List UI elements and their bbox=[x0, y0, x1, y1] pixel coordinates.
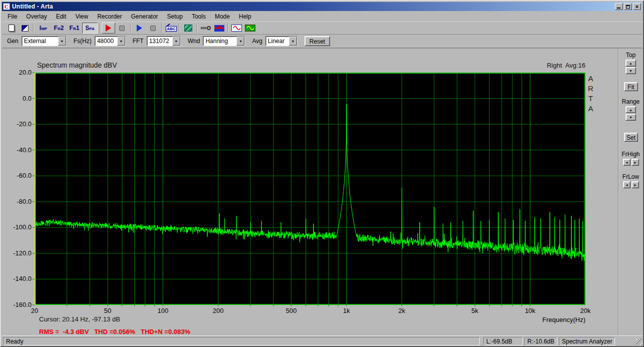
fft-label: FFT bbox=[133, 38, 144, 45]
arta-watermark: A R T A bbox=[588, 74, 593, 114]
range-up-button[interactable]: ▲ bbox=[625, 106, 636, 113]
scale-setup-button[interactable] bbox=[181, 23, 195, 34]
toolbar-separator bbox=[33, 24, 34, 33]
record-stop-button[interactable] bbox=[115, 23, 129, 34]
x-tick-label: 1k bbox=[337, 307, 357, 314]
generator-sine-button[interactable] bbox=[230, 23, 243, 34]
toolbar: Imp Fr2 Fr1 Spa ABC bbox=[2, 22, 642, 35]
range-down-button[interactable]: ▼ bbox=[625, 114, 636, 121]
close-button[interactable]: × bbox=[633, 3, 641, 10]
minimize-icon bbox=[617, 8, 620, 9]
app-icon: C bbox=[3, 3, 10, 10]
x-tick-label: 200 bbox=[208, 307, 228, 314]
color-scheme-button[interactable] bbox=[18, 23, 32, 34]
menu-setup[interactable]: Setup bbox=[163, 12, 187, 21]
frlow-right-button[interactable]: ► bbox=[631, 181, 639, 188]
cursor-readout: Cursor: 20.14 Hz, -97.13 dB bbox=[39, 315, 120, 323]
menu-view[interactable]: View bbox=[71, 12, 93, 21]
mode-spa-button[interactable]: Spa bbox=[82, 23, 98, 34]
y-tick-label: -120.0 bbox=[3, 249, 32, 257]
signal-levels-icon bbox=[214, 25, 224, 32]
avg-select[interactable]: Linear ▼ bbox=[265, 36, 297, 46]
chevron-down-icon[interactable]: ▼ bbox=[236, 37, 244, 46]
x-tick-label: 20 bbox=[25, 307, 45, 314]
mode-fr2-button[interactable]: Fr2 bbox=[51, 23, 67, 34]
toolbar-separator bbox=[99, 24, 100, 33]
y-tick-label: -140.0 bbox=[3, 275, 32, 282]
avg-value: Linear bbox=[266, 37, 289, 46]
menu-overlay[interactable]: Overlay bbox=[22, 12, 51, 21]
frhigh-right-button[interactable]: ► bbox=[631, 159, 639, 166]
color-scheme-icon bbox=[22, 25, 29, 32]
toolbar-separator bbox=[227, 24, 228, 33]
spectrum-plot[interactable] bbox=[35, 73, 585, 305]
top-up-button[interactable]: ▲ bbox=[625, 60, 636, 67]
status-message: Ready bbox=[3, 337, 480, 345]
marker-abc-button[interactable]: ABC bbox=[164, 23, 177, 34]
arta-window: C Untitled - Arta × FileOverlayEditViewR… bbox=[0, 0, 644, 347]
frlow-left-button[interactable]: ◄ bbox=[623, 181, 630, 188]
fs-select[interactable]: 48000 ▼ bbox=[95, 36, 126, 46]
minimize-button[interactable] bbox=[615, 3, 623, 10]
play-icon bbox=[137, 25, 142, 32]
menu-generator[interactable]: Generator bbox=[127, 12, 163, 21]
menu-tools[interactable]: Tools bbox=[187, 12, 210, 21]
y-tick-label: -60.0 bbox=[3, 172, 32, 179]
toolbar-separator bbox=[161, 24, 162, 33]
new-file-button[interactable] bbox=[5, 23, 18, 34]
menu-edit[interactable]: Edit bbox=[52, 12, 71, 21]
mode-imp-button[interactable]: Imp bbox=[36, 23, 51, 34]
y-tick-label: 20.0 bbox=[3, 69, 32, 76]
y-tick-label: -100.0 bbox=[3, 223, 32, 231]
top-label: Top bbox=[618, 52, 643, 59]
play-stop-button[interactable] bbox=[146, 23, 160, 34]
range-label: Range bbox=[618, 98, 643, 105]
gen-label: Gen bbox=[7, 38, 19, 45]
fft-select[interactable]: 131072 ▼ bbox=[147, 36, 181, 46]
x-axis-title: Frequency(Hz) bbox=[453, 316, 585, 323]
stop-icon bbox=[150, 26, 156, 31]
play-button[interactable] bbox=[133, 23, 146, 34]
reset-button[interactable]: Reset bbox=[304, 36, 330, 46]
x-tick-label: 2k bbox=[392, 307, 412, 314]
menu-mode[interactable]: Mode bbox=[210, 12, 234, 21]
maximize-icon bbox=[626, 5, 630, 9]
menu-file[interactable]: File bbox=[3, 12, 22, 21]
microphone-icon bbox=[201, 26, 211, 30]
title-bar[interactable]: C Untitled - Arta × bbox=[2, 2, 642, 11]
resize-grip[interactable] bbox=[636, 339, 642, 345]
input-device-button[interactable] bbox=[199, 23, 212, 34]
fft-value: 131072 bbox=[147, 37, 172, 46]
top-down-button[interactable]: ▼ bbox=[625, 67, 636, 74]
wnd-select[interactable]: Hanning ▼ bbox=[203, 36, 245, 46]
menu-recorder[interactable]: Recorder bbox=[93, 12, 126, 21]
set-button[interactable]: Set bbox=[624, 133, 638, 142]
record-icon bbox=[106, 25, 111, 32]
gen-select[interactable]: External ▼ bbox=[22, 36, 67, 46]
signal-levels-button[interactable] bbox=[212, 23, 226, 34]
menu-help[interactable]: Help bbox=[234, 12, 256, 21]
maximize-button[interactable] bbox=[624, 3, 632, 10]
y-tick-label: -20.0 bbox=[3, 120, 32, 128]
chevron-down-icon[interactable]: ▼ bbox=[117, 37, 125, 46]
plot-border bbox=[35, 73, 585, 304]
plot-title: Spectrum magnitude dBV bbox=[37, 61, 117, 69]
left-level-indicator: L:-69.5dB bbox=[483, 337, 523, 345]
measurement-controls: Gen External ▼ Fs(Hz) 48000 ▼ FFT 131072… bbox=[2, 35, 642, 48]
chevron-down-icon[interactable]: ▼ bbox=[289, 37, 297, 46]
x-tick-label: 20k bbox=[575, 307, 595, 314]
frlow-label: FrLow bbox=[618, 173, 643, 180]
chevron-down-icon[interactable]: ▼ bbox=[58, 37, 66, 46]
x-tick-label: 10k bbox=[520, 307, 540, 314]
generator-output-button[interactable] bbox=[243, 23, 257, 34]
mode-fr1-button[interactable]: Fr1 bbox=[67, 23, 82, 34]
record-start-button[interactable] bbox=[102, 23, 115, 34]
plot-tools-panel: Top ▲ ▼ Fit Range ▲ ▼ Set FrHigh ◄ ► FrL… bbox=[618, 49, 643, 335]
frhigh-left-button[interactable]: ◄ bbox=[623, 159, 630, 166]
x-tick-label: 50 bbox=[98, 307, 118, 314]
fit-button[interactable]: Fit bbox=[624, 82, 638, 91]
chevron-down-icon[interactable]: ▼ bbox=[172, 37, 180, 46]
mode-indicator: Spectrum Analyzer bbox=[559, 337, 615, 345]
toolbar-separator bbox=[196, 24, 197, 33]
wnd-value: Hanning bbox=[203, 37, 236, 46]
